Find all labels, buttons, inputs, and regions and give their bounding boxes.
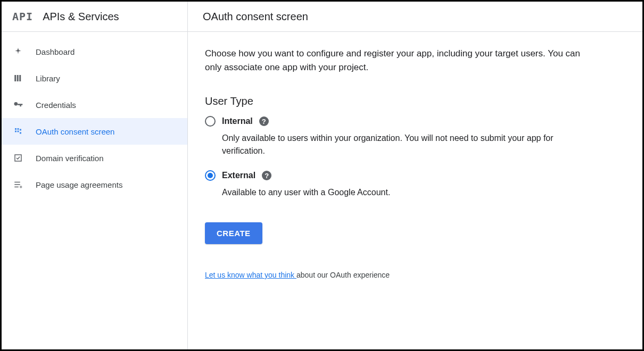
main-content: Choose how you want to configure and reg… (188, 32, 642, 349)
feedback-suffix: about our OAuth experience (296, 271, 390, 279)
sidebar-item-label: Library (36, 74, 60, 83)
radio-desc-internal: Only available to users within your orga… (222, 132, 573, 157)
page-header: OAuth consent screen (188, 2, 642, 31)
top-bar: API APIs & Services OAuth consent screen (2, 2, 642, 32)
app-window: API APIs & Services OAuth consent screen… (0, 0, 644, 351)
page-title: OAuth consent screen (203, 11, 308, 23)
sidebar-item-oauth-consent[interactable]: OAuth consent screen (2, 118, 187, 145)
sidebar-item-page-usage-agreements[interactable]: Page usage agreements (2, 171, 187, 198)
radio-option-external[interactable]: External ? (205, 170, 625, 181)
radio-label-internal: Internal (222, 116, 253, 126)
help-icon[interactable]: ? (262, 171, 271, 180)
user-type-heading: User Type (205, 95, 625, 107)
radio-option-internal[interactable]: Internal ? (205, 116, 625, 127)
body: Dashboard Library Credentials OAuth cons… (2, 32, 642, 349)
sidebar-item-credentials[interactable]: Credentials (2, 91, 187, 118)
create-button[interactable]: CREATE (205, 222, 262, 244)
sidebar-item-domain-verification[interactable]: Domain verification (2, 145, 187, 171)
radio-desc-external: Available to any user with a Google Acco… (222, 186, 573, 199)
sidebar-header: API APIs & Services (2, 2, 188, 31)
help-icon[interactable]: ? (259, 116, 269, 126)
sidebar-item-dashboard[interactable]: Dashboard (2, 38, 187, 65)
settings-list-icon (12, 179, 24, 190)
key-icon (12, 99, 24, 111)
feedback-row: Let us know what you think about our OAu… (205, 271, 625, 279)
check-square-icon (12, 152, 24, 164)
section-title: APIs & Services (43, 11, 119, 23)
sidebar-item-label: Domain verification (36, 154, 104, 163)
dashboard-icon (12, 46, 24, 57)
sidebar-item-library[interactable]: Library (2, 65, 187, 91)
sidebar: Dashboard Library Credentials OAuth cons… (2, 32, 188, 349)
radio-label-external: External (222, 171, 255, 180)
sidebar-item-label: Dashboard (36, 47, 75, 56)
sidebar-item-label: OAuth consent screen (36, 127, 114, 136)
api-logo-icon: API (12, 10, 33, 23)
sidebar-item-label: Page usage agreements (36, 180, 122, 189)
intro-text: Choose how you want to configure and reg… (205, 47, 588, 74)
radio-external[interactable] (205, 170, 216, 181)
consent-icon (12, 126, 24, 137)
sidebar-item-label: Credentials (36, 101, 76, 110)
feedback-link[interactable]: Let us know what you think (205, 271, 296, 279)
radio-internal[interactable] (205, 116, 216, 127)
library-icon (12, 72, 24, 84)
svg-point-0 (20, 186, 22, 188)
